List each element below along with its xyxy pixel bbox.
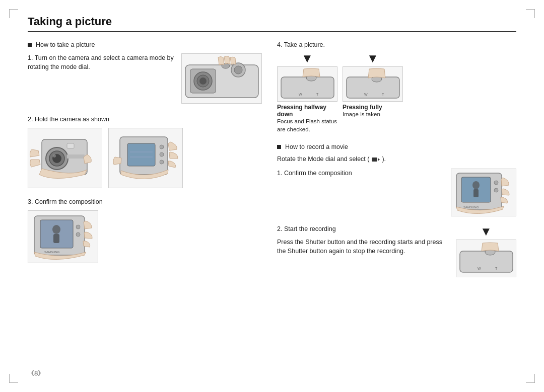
camera-front-hold-svg	[29, 129, 101, 187]
step2-image-front	[28, 128, 102, 188]
step3-area: 3. Confirm the composition	[28, 197, 262, 263]
step1-text: 1. Turn on the camera and select a camer…	[28, 53, 175, 75]
svg-point-21	[160, 160, 164, 164]
svg-point-6	[234, 66, 242, 74]
movie-compose-svg: SAMSUNG	[452, 170, 515, 215]
step2-images	[28, 128, 262, 188]
press-halfway-col: ▼ W T	[277, 51, 337, 102]
page-number: 《8》	[28, 369, 44, 378]
movie-shutter-arrow: ▼	[480, 224, 492, 239]
svg-rect-37	[372, 158, 377, 162]
svg-text:SAMSUNG: SAMSUNG	[44, 251, 60, 254]
movie-step1-image: SAMSUNG	[451, 169, 516, 216]
step3-image: SAMSUNG	[28, 210, 98, 263]
press-halfway-image: W T	[277, 66, 337, 102]
svg-rect-16	[127, 143, 155, 166]
movie-section: How to record a movie Rotate the Mode di…	[277, 143, 516, 277]
step4-images-row: ▼ W T	[277, 51, 516, 102]
press-fully-svg: W T	[344, 68, 402, 101]
svg-point-19	[160, 145, 164, 149]
bullet-icon	[28, 43, 32, 47]
svg-point-27	[76, 232, 80, 237]
camera-compose-svg: SAMSUNG	[29, 212, 97, 262]
page-container: Taking a picture How to take a picture 1…	[0, 0, 544, 392]
movie-step2-img-col: ▼ W T	[456, 224, 516, 277]
arrow-fully: ▼	[367, 51, 379, 65]
press-fully-col: ▼ W T	[343, 51, 403, 102]
main-content: How to take a picture 1. Turn on the cam…	[28, 41, 516, 277]
svg-text:T: T	[495, 267, 498, 270]
svg-rect-13	[67, 143, 74, 148]
svg-text:W: W	[364, 93, 368, 96]
movie-step2-subtext: Press the Shutter button and the recordi…	[277, 238, 450, 256]
svg-point-41	[472, 181, 480, 189]
press-labels-row: Pressing halfway down Focus and Flash st…	[277, 104, 516, 133]
camera-back-hold-svg	[110, 129, 182, 187]
title-section: Taking a picture	[28, 15, 516, 32]
movie-step2-image: W T	[456, 240, 516, 277]
svg-text:T: T	[316, 93, 319, 96]
svg-point-4	[199, 77, 207, 85]
arrow-halfway: ▼	[301, 51, 313, 65]
movie-step2-description: 2. Start the recording	[277, 224, 450, 233]
svg-text:SAMSUNG: SAMSUNG	[463, 206, 479, 209]
svg-rect-42	[473, 189, 479, 197]
right-column: 4. Take a picture. ▼ W T	[272, 41, 516, 277]
movie-rotate-text: Rotate the Mode dial and select ( ).	[277, 155, 516, 163]
step4-label: 4. Take a picture.	[277, 41, 516, 48]
svg-point-43	[494, 181, 498, 185]
svg-rect-14	[67, 154, 85, 159]
svg-point-12	[53, 154, 56, 158]
step2-image-back	[108, 128, 183, 188]
press-halfway-label: Pressing halfway down Focus and Flash st…	[277, 104, 337, 133]
press-fully-image: W T	[343, 66, 403, 102]
step2-area: 2. Hold the camera as shown	[28, 115, 262, 188]
left-column: How to take a picture 1. Turn on the cam…	[28, 41, 272, 277]
step1-description: 1. Turn on the camera and select a camer…	[28, 53, 175, 71]
svg-rect-25	[53, 234, 59, 243]
camera-top-svg	[183, 55, 261, 103]
movie-step1-description: 1. Confirm the composition	[277, 169, 445, 178]
movie-step1-text: 1. Confirm the composition	[277, 169, 445, 182]
movie-step2-text: 2. Start the recording Press the Shutter…	[277, 224, 450, 260]
movie-mode-icon	[371, 156, 380, 163]
svg-text:W: W	[478, 267, 481, 270]
movie-step2-area: 2. Start the recording Press the Shutter…	[277, 224, 516, 277]
step2-description: 2. Hold the camera as shown	[28, 115, 262, 124]
svg-point-24	[52, 225, 60, 234]
svg-point-44	[494, 188, 498, 192]
svg-point-26	[76, 225, 80, 229]
how-to-take-label: How to take a picture	[28, 41, 262, 48]
svg-marker-38	[378, 158, 380, 161]
press-halfway-svg: W T	[279, 68, 336, 101]
movie-section-label: How to record a movie	[277, 143, 516, 150]
movie-step1-area: 1. Confirm the composition	[277, 169, 516, 216]
svg-text:W: W	[299, 93, 302, 96]
movie-bullet-icon	[277, 145, 281, 149]
step3-description: 3. Confirm the composition	[28, 197, 262, 206]
movie-shutter-svg: W T	[457, 242, 515, 275]
svg-text:T: T	[382, 93, 384, 96]
step1-area: 1. Turn on the camera and select a camer…	[28, 53, 262, 104]
page-title: Taking a picture	[28, 15, 516, 28]
press-fully-label: Pressing fully Image is taken	[343, 104, 403, 133]
step1-image	[181, 53, 262, 104]
svg-point-20	[160, 152, 164, 156]
